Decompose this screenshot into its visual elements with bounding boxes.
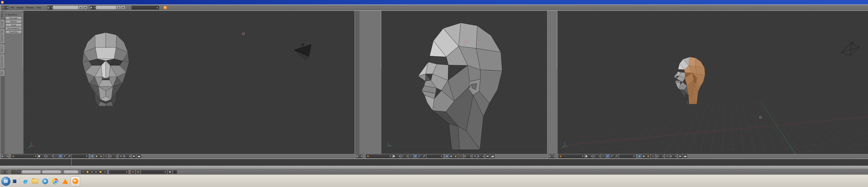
manipulator-rotate-icon[interactable]	[417, 154, 422, 158]
scene-field[interactable]	[96, 6, 116, 9]
sync-dropdown[interactable]	[109, 170, 128, 174]
menu-item[interactable]: Render	[17, 7, 24, 9]
record-icon[interactable]	[131, 170, 135, 174]
taskbar-chrome-icon[interactable]	[51, 176, 60, 186]
preview-range-icon[interactable]	[11, 170, 16, 174]
keying-set-field[interactable]	[141, 170, 167, 174]
end-frame-field[interactable]	[42, 170, 61, 174]
menu-item[interactable]: Help	[37, 7, 41, 9]
manipulator-axes-icon[interactable]	[601, 154, 606, 158]
shelf-tab[interactable]: Misc	[1, 69, 5, 76]
edge-select-icon[interactable]	[449, 154, 454, 158]
transform-orientation-dropdown[interactable]	[427, 154, 443, 158]
shelf-tab[interactable]: Tools	[1, 11, 5, 19]
vertex-select-icon[interactable]	[638, 154, 642, 158]
render-engine-dropdown[interactable]	[132, 6, 159, 9]
manipulator-translate-icon[interactable]	[606, 154, 610, 158]
shelf-scrollbar[interactable]	[556, 12, 557, 69]
manipulator-rotate-icon[interactable]	[63, 154, 67, 158]
pivot-point-dropdown[interactable]	[46, 154, 53, 158]
viewport-user-canvas[interactable]	[548, 11, 868, 154]
mode-dropdown[interactable]	[366, 154, 392, 158]
mode-dropdown[interactable]	[11, 154, 37, 158]
proportional-edit-dropdown[interactable]	[464, 154, 471, 158]
manipulator-scale-icon[interactable]	[614, 154, 618, 158]
viewport-shading-dropdown[interactable]	[393, 154, 400, 158]
close-layout-button[interactable]: ✕	[83, 6, 88, 9]
taskbar-internet-explorer-icon[interactable]: e	[20, 176, 30, 186]
manipulator-axes-icon[interactable]	[409, 154, 413, 158]
taskbar-toolbar-tzaloa[interactable]	[13, 180, 18, 183]
start-frame-field[interactable]	[22, 170, 41, 174]
opengl-render-icon[interactable]	[678, 154, 682, 158]
occlude-geometry-icon[interactable]	[104, 154, 108, 158]
tool-button[interactable]: Scale	[5, 24, 22, 27]
vertex-select-icon[interactable]	[445, 154, 449, 158]
snap-magnet-icon[interactable]	[119, 154, 123, 158]
close-scene-button[interactable]: ✕	[121, 6, 125, 9]
editor-type-timeline-button[interactable]	[1, 170, 8, 174]
taskbar-vlc-icon[interactable]	[61, 176, 70, 186]
pivot-point-dropdown[interactable]	[401, 154, 408, 158]
play-reverse-icon[interactable]: ◀	[90, 170, 94, 174]
taskbar-blender-icon[interactable]	[71, 176, 80, 186]
lock-range-icon[interactable]	[17, 170, 21, 174]
opengl-render-icon[interactable]	[132, 154, 136, 158]
editor-type-3dview-button[interactable]	[356, 155, 363, 158]
play-icon[interactable]: ▶	[94, 170, 98, 174]
snap-magnet-icon[interactable]	[665, 154, 670, 158]
menu-item[interactable]: File	[11, 7, 14, 9]
menu-item[interactable]: Window	[26, 7, 34, 9]
shelf-tab[interactable]: Create	[1, 19, 5, 28]
timeline-track[interactable]	[0, 159, 868, 166]
timeline-ruler[interactable]	[0, 166, 868, 169]
face-select-icon[interactable]	[646, 154, 650, 158]
transform-orientation-dropdown[interactable]	[72, 154, 89, 158]
viewport-shading-dropdown[interactable]	[585, 154, 592, 158]
transform-orientation-dropdown[interactable]	[619, 154, 636, 158]
occlude-geometry-icon[interactable]	[459, 154, 463, 158]
snap-element-dropdown[interactable]	[670, 154, 677, 158]
occlude-geometry-icon[interactable]	[651, 154, 655, 158]
taskbar-explorer-folder-icon[interactable]	[30, 176, 40, 186]
opengl-render-anim-icon[interactable]	[683, 154, 687, 158]
tool-button[interactable]: Translate	[5, 16, 22, 20]
proportional-edit-dropdown[interactable]	[656, 154, 664, 158]
edge-select-icon[interactable]	[95, 154, 99, 158]
tool-button[interactable]: Push/Pull	[5, 31, 22, 34]
snap-element-dropdown[interactable]	[477, 154, 484, 158]
manipulator-scale-icon[interactable]	[67, 154, 71, 158]
camera-object[interactable]	[293, 43, 314, 62]
manipulator-rotate-icon[interactable]	[610, 154, 614, 158]
opengl-render-icon[interactable]	[486, 154, 490, 158]
head-mesh-small[interactable]	[673, 56, 711, 104]
add-layout-button[interactable]: +	[79, 6, 83, 9]
opengl-render-anim-icon[interactable]	[490, 154, 495, 158]
viewport-shading-dropdown[interactable]	[38, 154, 45, 158]
delete-keyframe-icon[interactable]: ✕	[173, 170, 177, 174]
editor-type-info-button[interactable]: i	[2, 6, 8, 9]
vertex-select-icon[interactable]	[90, 154, 94, 158]
snap-element-dropdown[interactable]	[124, 154, 130, 158]
viewport-front-canvas[interactable]	[1, 11, 354, 154]
manipulator-translate-icon[interactable]	[413, 154, 417, 158]
shelf-tab[interactable]: Options	[1, 44, 5, 54]
head-mesh-front[interactable]	[78, 32, 134, 106]
snap-magnet-icon[interactable]	[473, 154, 477, 158]
camera-object[interactable]	[840, 42, 861, 57]
opengl-render-anim-icon[interactable]	[137, 154, 141, 158]
shelf-tab[interactable]: Shading / UVs	[1, 28, 5, 44]
screen-layout-field[interactable]	[53, 6, 79, 9]
add-scene-button[interactable]: +	[116, 6, 121, 9]
scene-icon-button[interactable]	[90, 6, 96, 9]
taskbar-media-player-icon[interactable]	[40, 176, 50, 186]
pivot-point-dropdown[interactable]	[593, 154, 600, 158]
manipulator-translate-icon[interactable]	[58, 154, 62, 158]
tool-button[interactable]: Rotate	[5, 20, 22, 24]
jump-to-start-icon[interactable]: ⏮	[81, 170, 85, 174]
edge-select-icon[interactable]	[642, 154, 646, 158]
shelf-scrollbar[interactable]	[380, 12, 381, 69]
mode-dropdown[interactable]	[558, 154, 585, 158]
tool-button[interactable]: Transform	[5, 13, 22, 16]
next-keyframe-icon[interactable]: ⏩	[98, 170, 102, 174]
